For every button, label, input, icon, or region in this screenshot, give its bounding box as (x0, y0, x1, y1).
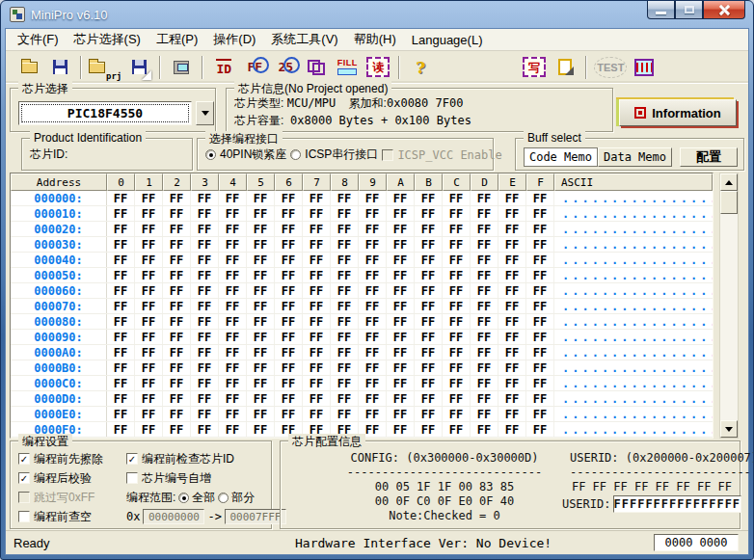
hex-byte-cell[interactable]: FF (107, 376, 135, 390)
hex-byte-cell[interactable]: FF (387, 360, 415, 375)
hex-byte-cell[interactable]: FF (359, 299, 387, 313)
maximize-button[interactable] (675, 1, 703, 19)
hex-byte-cell[interactable]: FF (331, 345, 359, 360)
hex-byte-cell[interactable]: FF (247, 206, 275, 221)
hex-byte-cell[interactable]: FF (275, 360, 303, 375)
hex-byte-cell[interactable]: FF (107, 330, 135, 344)
hex-byte-cell[interactable]: FF (219, 407, 247, 421)
hex-byte-cell[interactable]: FF (191, 422, 219, 437)
open-file-button[interactable] (15, 54, 42, 81)
hex-ascii-cell[interactable]: ................ (554, 376, 714, 390)
hex-ascii-cell[interactable]: ................ (554, 407, 714, 421)
information-button[interactable]: Information (619, 99, 737, 126)
hex-byte-cell[interactable]: FF (247, 330, 275, 344)
checkbox-serial-increment[interactable]: ✓ 芯片编号自增 (126, 470, 286, 487)
hex-byte-cell[interactable]: FF (443, 330, 471, 344)
hex-ascii-cell[interactable]: ................ (554, 253, 714, 267)
hex-byte-cell[interactable]: FF (526, 360, 554, 375)
radio-40pin[interactable] (205, 149, 216, 160)
menu-item[interactable]: 操作(D) (205, 28, 263, 51)
hex-byte-cell[interactable]: FF (331, 253, 359, 267)
hex-byte-cell[interactable]: FF (498, 283, 526, 298)
hex-byte-cell[interactable]: FF (331, 330, 359, 344)
hex-byte-cell[interactable]: FF (107, 360, 135, 375)
hex-byte-cell[interactable]: FF (191, 391, 219, 406)
hex-byte-cell[interactable]: FF (415, 191, 443, 205)
hex-byte-cell[interactable]: FF (247, 299, 275, 313)
hex-byte-cell[interactable]: FF (471, 330, 498, 344)
hex-byte-cell[interactable]: FF (275, 407, 303, 421)
hex-byte-cell[interactable]: FF (303, 237, 331, 252)
hex-byte-cell[interactable]: FF (331, 360, 359, 375)
hex-byte-cell[interactable]: FF (359, 283, 387, 298)
hex-byte-cell[interactable]: FF (303, 407, 331, 421)
hex-byte-cell[interactable]: FF (471, 222, 498, 236)
check-blank-button[interactable]: FF (241, 54, 268, 81)
hex-byte-cell[interactable]: FF (498, 376, 526, 390)
hex-byte-cell[interactable]: FF (443, 391, 471, 406)
hex-byte-cell[interactable]: FF (163, 360, 191, 375)
hex-byte-cell[interactable]: FF (219, 330, 247, 344)
hex-byte-cell[interactable]: FF (275, 222, 303, 236)
hex-ascii-cell[interactable]: ................ (554, 222, 714, 236)
hex-byte-cell[interactable]: FF (498, 237, 526, 252)
hex-byte-cell[interactable]: FF (303, 345, 331, 360)
hex-byte-cell[interactable]: FF (526, 407, 554, 421)
hex-byte-cell[interactable]: FF (191, 360, 219, 375)
menu-item[interactable]: Language(L) (404, 30, 491, 50)
hex-byte-cell[interactable]: FF (387, 237, 415, 252)
hex-byte-cell[interactable]: FF (331, 299, 359, 313)
hex-ascii-cell[interactable]: ................ (554, 360, 714, 375)
hex-byte-cell[interactable]: FF (247, 191, 275, 205)
hex-byte-cell[interactable]: FF (303, 206, 331, 221)
hex-byte-cell[interactable]: FF (191, 253, 219, 267)
hex-byte-cell[interactable]: FF (219, 283, 247, 298)
hex-byte-cell[interactable]: FF (443, 345, 471, 360)
chip-select-combobox[interactable]: PIC18F4550 (18, 101, 192, 125)
hex-byte-cell[interactable]: FF (471, 299, 498, 313)
menu-item[interactable]: 系统工具(V) (263, 28, 345, 51)
hex-byte-cell[interactable]: FF (135, 206, 163, 221)
hex-byte-cell[interactable]: FF (471, 237, 498, 252)
hex-byte-cell[interactable]: FF (498, 222, 526, 236)
hex-byte-cell[interactable]: FF (191, 376, 219, 390)
hex-byte-cell[interactable]: FF (526, 222, 554, 236)
hex-byte-cell[interactable]: FF (415, 268, 443, 282)
hex-byte-cell[interactable]: FF (191, 314, 219, 329)
hex-byte-cell[interactable]: FF (331, 191, 359, 205)
radio-range-part[interactable] (218, 493, 229, 503)
hex-byte-cell[interactable]: FF (359, 345, 387, 360)
hex-byte-cell[interactable]: FF (191, 299, 219, 313)
hex-byte-cell[interactable]: FF (163, 299, 191, 313)
menu-item[interactable]: 文件(F) (10, 28, 67, 51)
hex-byte-cell[interactable]: FF (359, 314, 387, 329)
test-ic-button[interactable]: TEST (594, 54, 627, 81)
hex-byte-cell[interactable]: FF (219, 253, 247, 267)
hex-byte-cell[interactable]: FF (359, 330, 387, 344)
hex-byte-cell[interactable]: FF (163, 407, 191, 421)
hex-byte-cell[interactable]: FF (498, 330, 526, 344)
hex-byte-cell[interactable]: FF (387, 283, 415, 298)
hex-byte-cell[interactable]: FF (415, 206, 443, 221)
hex-byte-cell[interactable]: FF (415, 407, 443, 421)
hex-byte-cell[interactable]: FF (163, 314, 191, 329)
hex-byte-cell[interactable]: FF (331, 222, 359, 236)
hex-byte-cell[interactable]: FF (191, 237, 219, 252)
hex-byte-cell[interactable]: FF (359, 268, 387, 282)
chip-select-dropdown-button[interactable] (196, 101, 214, 125)
hex-byte-cell[interactable]: FF (415, 376, 443, 390)
hex-byte-cell[interactable]: FF (387, 253, 415, 267)
hex-byte-cell[interactable]: FF (135, 407, 163, 421)
hex-byte-cell[interactable]: FF (275, 314, 303, 329)
hex-byte-cell[interactable]: FF (387, 376, 415, 390)
hex-byte-cell[interactable]: FF (471, 314, 498, 329)
hex-byte-cell[interactable]: FF (135, 253, 163, 267)
hex-byte-cell[interactable]: FF (471, 253, 498, 267)
hex-byte-cell[interactable]: FF (247, 253, 275, 267)
hex-byte-cell[interactable]: FF (247, 345, 275, 360)
hex-byte-cell[interactable]: FF (471, 360, 498, 375)
hex-byte-cell[interactable]: FF (163, 330, 191, 344)
hex-byte-cell[interactable]: FF (135, 237, 163, 252)
hex-byte-cell[interactable]: FF (275, 283, 303, 298)
hex-byte-cell[interactable]: FF (191, 206, 219, 221)
